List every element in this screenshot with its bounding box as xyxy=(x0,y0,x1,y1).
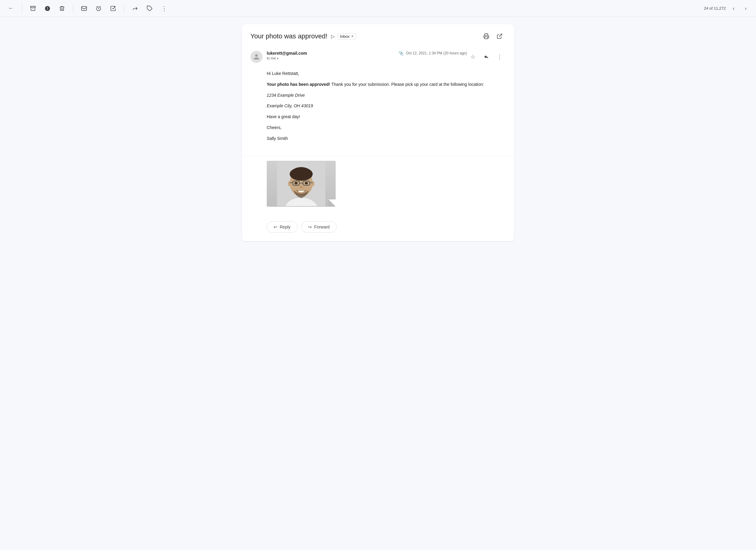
email-body: Hi Luke Rettstatt, Your photo has been a… xyxy=(242,68,514,153)
delete-button[interactable] xyxy=(56,2,68,15)
address-line1: 1234 Example Drive xyxy=(267,92,506,99)
svg-rect-1 xyxy=(82,6,87,10)
header-actions: ☆ ⋮ xyxy=(467,51,506,63)
svg-point-13 xyxy=(292,167,310,177)
forward-arrow-icon: ▷ xyxy=(331,34,335,39)
toolbar-divider xyxy=(22,4,22,13)
subject-title: Your photo was approved! xyxy=(250,32,327,40)
body-text: Thank you for your submission. Please pi… xyxy=(330,82,484,87)
svg-point-14 xyxy=(288,181,292,187)
svg-point-21 xyxy=(295,182,298,184)
inbox-close-button[interactable]: × xyxy=(351,34,354,38)
prev-email-button[interactable]: ‹ xyxy=(728,3,739,14)
reply-icon: ↩ xyxy=(274,225,277,230)
svg-point-22 xyxy=(305,182,308,184)
email-container: Your photo was approved! ▷ Inbox × xyxy=(242,24,514,241)
body-paragraph: Your photo has been approved! Thank you … xyxy=(267,81,506,88)
attached-photo[interactable] xyxy=(267,161,336,207)
svg-point-15 xyxy=(310,181,314,187)
signature: Sally Smith xyxy=(267,135,506,142)
attachment-icon: 📎 xyxy=(399,51,404,56)
reply-label: Reply xyxy=(280,225,291,230)
inbox-label: Inbox xyxy=(340,34,350,39)
to-me-label: to me xyxy=(267,56,276,60)
forward-icon: ↪ xyxy=(308,225,312,230)
email-header: lukerett@gmail.com to me ▾ 📎 Oct 12, 202… xyxy=(242,47,514,68)
svg-rect-0 xyxy=(31,6,36,7)
print-button[interactable] xyxy=(480,30,492,42)
toolbar: ← xyxy=(0,0,756,17)
body-bold: Your photo has been approved! xyxy=(267,82,330,87)
svg-line-20 xyxy=(310,183,313,183)
inbox-badge: Inbox × xyxy=(337,33,356,40)
greeting: Hi Luke Rettstatt, xyxy=(267,70,506,77)
forward-button[interactable]: ↪ Forward xyxy=(301,221,337,233)
photo-preview xyxy=(267,161,336,207)
nav-count: 24 of 11,272 xyxy=(704,6,726,11)
sender-name: lukerett@gmail.com xyxy=(267,51,399,56)
address-line2: Example City, OH 43019 xyxy=(267,103,506,110)
archive-button[interactable] xyxy=(27,2,39,15)
reply-header-button[interactable] xyxy=(480,51,492,63)
toolbar-divider3 xyxy=(124,4,124,13)
subject-row: Your photo was approved! ▷ Inbox × xyxy=(242,24,514,47)
toolbar-divider2 xyxy=(73,4,73,13)
more-email-button[interactable]: ⋮ xyxy=(494,51,506,63)
snooze-button[interactable] xyxy=(93,2,105,15)
closing2: Cheers, xyxy=(267,124,506,132)
reply-button[interactable]: ↩ Reply xyxy=(267,221,298,233)
avatar xyxy=(250,51,262,63)
report-button[interactable] xyxy=(41,2,54,15)
label-button[interactable] xyxy=(144,2,156,15)
next-email-button[interactable]: › xyxy=(740,3,751,14)
closing1: Have a great day! xyxy=(267,113,506,121)
person-icon xyxy=(253,54,260,60)
sender-info: lukerett@gmail.com to me ▾ xyxy=(267,51,399,60)
email-meta: 📎 Oct 12, 2021, 1:34 PM (20 hours ago) xyxy=(399,51,467,56)
svg-point-23 xyxy=(300,186,303,188)
chevron-down-icon: ▾ xyxy=(277,57,279,60)
subject-action-icons xyxy=(480,30,506,42)
email-date: Oct 12, 2021, 1:34 PM (20 hours ago) xyxy=(406,51,467,55)
new-window-button[interactable] xyxy=(494,30,506,42)
forward-label: Forward xyxy=(314,225,330,230)
star-button[interactable]: ☆ xyxy=(467,51,479,63)
more-options-button[interactable]: ⋮ xyxy=(158,2,170,15)
svg-line-19 xyxy=(290,183,293,183)
move-button[interactable] xyxy=(129,2,141,15)
toolbar-left: ← xyxy=(5,2,170,15)
attachment-section xyxy=(242,156,514,215)
svg-rect-6 xyxy=(485,37,488,39)
add-task-button[interactable] xyxy=(107,2,119,15)
action-buttons: ↩ Reply ↪ Forward xyxy=(242,215,514,241)
to-me[interactable]: to me ▾ xyxy=(267,56,399,60)
back-button[interactable]: ← xyxy=(5,2,17,15)
toolbar-right: 24 of 11,272 ‹ › xyxy=(704,3,751,14)
svg-line-7 xyxy=(499,34,502,37)
person-image-svg xyxy=(277,161,325,206)
mark-unread-button[interactable] xyxy=(78,2,90,15)
